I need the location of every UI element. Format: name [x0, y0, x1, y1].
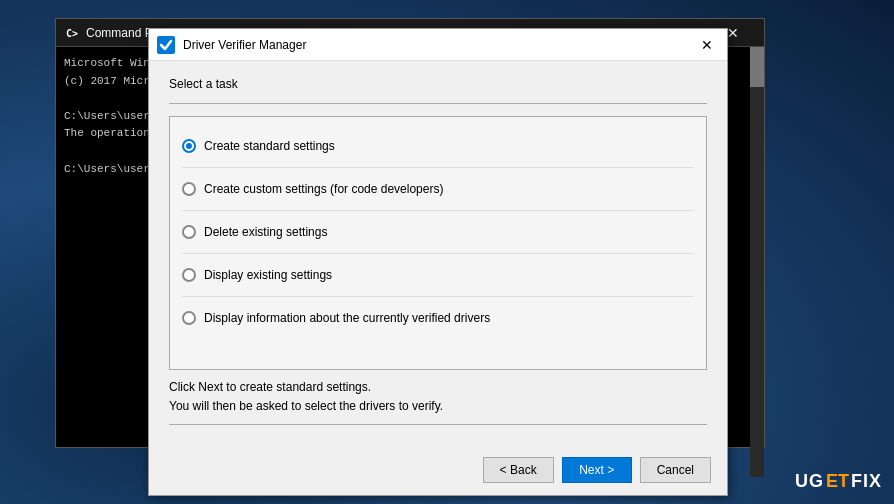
hint-section: Click Next to create standard settings. … [169, 370, 707, 424]
next-button[interactable]: Next > [562, 457, 632, 483]
hint-line-1: Click Next to create standard settings. [169, 378, 707, 397]
radio-create-standard[interactable] [182, 139, 196, 153]
driver-verifier-dialog: Driver Verifier Manager ✕ Select a task … [148, 28, 728, 496]
dialog-titlebar: Driver Verifier Manager ✕ [149, 29, 727, 61]
cmd-scrollbar[interactable] [750, 47, 764, 477]
radio-label-display-existing: Display existing settings [204, 268, 332, 282]
radio-label-create-custom: Create custom settings (for code develop… [204, 182, 443, 196]
watermark: UG ET FIX [795, 471, 882, 492]
dialog-icon [157, 36, 175, 54]
dialog-content: Select a task Create standard settings C… [149, 61, 727, 449]
hint-line-2: You will then be asked to select the dri… [169, 397, 707, 416]
radio-options-panel: Create standard settings Create custom s… [169, 116, 707, 370]
svg-rect-2 [157, 36, 175, 54]
cmd-scroll-thumb[interactable] [750, 47, 764, 87]
watermark-et: ET [826, 471, 849, 492]
radio-delete-existing[interactable] [182, 225, 196, 239]
cancel-button[interactable]: Cancel [640, 457, 711, 483]
dialog-close-button[interactable]: ✕ [695, 33, 719, 57]
watermark-ug: UG [795, 471, 824, 492]
radio-label-create-standard: Create standard settings [204, 139, 335, 153]
radio-item-create-standard[interactable]: Create standard settings [182, 125, 694, 168]
watermark-fix: FIX [851, 471, 882, 492]
dialog-footer: < Back Next > Cancel [149, 449, 727, 495]
radio-item-delete-existing[interactable]: Delete existing settings [182, 211, 694, 254]
dialog-title: Driver Verifier Manager [183, 38, 687, 52]
back-button[interactable]: < Back [483, 457, 554, 483]
radio-item-create-custom[interactable]: Create custom settings (for code develop… [182, 168, 694, 211]
svg-text:C>: C> [66, 28, 78, 39]
radio-create-custom[interactable] [182, 182, 196, 196]
radio-display-info[interactable] [182, 311, 196, 325]
radio-item-display-info[interactable]: Display information about the currently … [182, 297, 694, 339]
radio-display-existing[interactable] [182, 268, 196, 282]
bottom-divider [169, 424, 707, 425]
cmd-icon: C> [64, 25, 80, 41]
radio-label-delete-existing: Delete existing settings [204, 225, 327, 239]
radio-label-display-info: Display information about the currently … [204, 311, 490, 325]
section-label: Select a task [169, 77, 707, 91]
radio-item-display-existing[interactable]: Display existing settings [182, 254, 694, 297]
top-divider [169, 103, 707, 104]
